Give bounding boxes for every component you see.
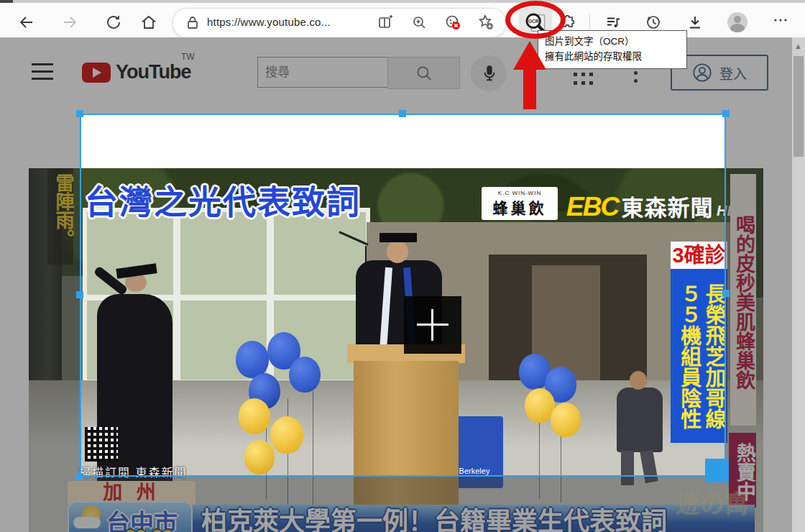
- headline-bottom: 柏克萊大學第一例！台籍畢業生代表致詞: [193, 505, 755, 532]
- menu-hamburger-icon[interactable]: [32, 63, 53, 81]
- profile-avatar[interactable]: [727, 12, 748, 32]
- download-icon[interactable]: [686, 14, 704, 31]
- media-playlist-icon[interactable]: [604, 14, 622, 31]
- annotation-red-circle: [505, 1, 566, 39]
- selection-handle-middle-right[interactable]: [722, 290, 730, 297]
- annotation-red-arrow-shaft: [523, 68, 536, 109]
- cloud-icon: [73, 517, 101, 528]
- weather-temp: 26-33: [125, 526, 173, 532]
- selection-handle-top-right[interactable]: [722, 110, 730, 117]
- browser-window: https://www.youtube.co... OCR: [0, 0, 805, 532]
- back-icon[interactable]: [18, 14, 35, 31]
- avatar-body: [730, 24, 745, 32]
- avatar-head: [734, 16, 741, 23]
- signin-label: 登入: [719, 63, 747, 83]
- selection-handle-bottom-left[interactable]: [76, 473, 83, 480]
- region-label: TW: [181, 52, 195, 62]
- forward-icon[interactable]: [61, 14, 78, 31]
- lock-icon[interactable]: [184, 14, 201, 32]
- tooltip-line1: 图片到文字（OCR）: [545, 35, 680, 50]
- search-button[interactable]: [387, 57, 460, 89]
- capture-selection-region[interactable]: [80, 114, 726, 477]
- tooltip-line2: 擁有此網站的存取權限: [545, 50, 680, 65]
- search-input-box[interactable]: [257, 57, 388, 88]
- selection-handle-middle-left[interactable]: [76, 291, 83, 298]
- search-icon: [415, 64, 433, 83]
- toolbar-separator: [589, 14, 590, 32]
- home-icon[interactable]: [140, 14, 157, 31]
- search-input[interactable]: [258, 58, 402, 87]
- ghost-watermark: 遊の寓: [676, 485, 749, 520]
- right-ad-strip: 喝的皮秒美肌蜂巢飲: [730, 174, 756, 426]
- url-text[interactable]: https://www.youtube.co...: [207, 16, 331, 28]
- selection-handle-top-left[interactable]: [76, 110, 83, 117]
- add-favorite-icon[interactable]: [477, 14, 494, 31]
- microphone-icon: [480, 64, 499, 83]
- scrollbar-thumb[interactable]: [794, 56, 804, 157]
- side-weather-text: 雷陣雨。: [47, 168, 73, 265]
- scrollbar-up-arrow-icon[interactable]: ▲: [794, 42, 802, 50]
- zoom-in-icon[interactable]: [410, 14, 428, 31]
- cookies-blocked-icon[interactable]: [444, 14, 461, 31]
- page-scrollbar[interactable]: ▲: [792, 37, 805, 532]
- youtube-wordmark: YouTube: [116, 61, 190, 83]
- history-icon[interactable]: [645, 14, 662, 31]
- weather-widget: 台中市 26-33: [68, 501, 193, 532]
- annotation-red-arrow-head: [513, 41, 546, 70]
- selection-handle-top-center[interactable]: [399, 110, 406, 117]
- voice-search-button[interactable]: [471, 55, 507, 91]
- youtube-logo[interactable]: YouTube: [82, 60, 204, 86]
- signin-person-icon: [692, 63, 712, 83]
- split-screen-icon[interactable]: [377, 14, 394, 31]
- selection-handle-bottom-right[interactable]: [705, 459, 729, 482]
- youtube-play-icon: [82, 63, 111, 83]
- extension-tooltip: 图片到文字（OCR） 擁有此網站的存取權限: [538, 30, 687, 69]
- settings-more-icon[interactable]: [772, 12, 789, 29]
- refresh-icon[interactable]: [105, 14, 122, 31]
